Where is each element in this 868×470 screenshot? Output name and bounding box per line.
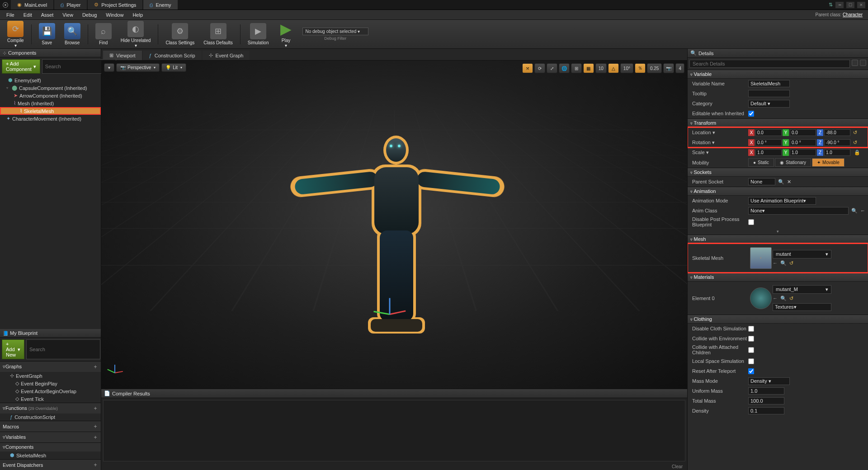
graph-tick[interactable]: ◇Event Tick: [0, 395, 101, 403]
add-graph-icon[interactable]: ＋: [93, 363, 98, 371]
variable-name-input[interactable]: [748, 80, 790, 87]
mesh-thumbnail[interactable]: ✦: [750, 247, 772, 269]
tab-event-graph[interactable]: ⊹ Event Graph: [203, 51, 250, 60]
details-view-options-icon[interactable]: [860, 60, 866, 66]
vp-camera-speed-icon[interactable]: 📷: [663, 63, 674, 73]
graph-beginplay[interactable]: ◇Event BeginPlay: [0, 380, 101, 387]
total-mass-input[interactable]: [748, 397, 784, 404]
parent-class-link[interactable]: Character: [843, 12, 863, 17]
expand-animation-icon[interactable]: ▾: [688, 228, 868, 235]
menu-view[interactable]: View: [58, 12, 78, 18]
mobility-static[interactable]: ● Static: [748, 158, 774, 167]
loc-z-input[interactable]: [824, 129, 850, 136]
mat-use-icon[interactable]: ←: [773, 296, 778, 301]
loc-y-input[interactable]: [790, 129, 816, 136]
vp-scale-icon[interactable]: ⤢: [547, 63, 557, 73]
menu-debug[interactable]: Debug: [78, 12, 101, 18]
scl-z-input[interactable]: [824, 149, 850, 156]
vp-camera-speed[interactable]: 4: [675, 63, 684, 73]
mobility-movable[interactable]: ✦ Movable: [812, 158, 844, 167]
mesh-reset-icon[interactable]: ↺: [789, 260, 793, 266]
play-button[interactable]: ▶Play ▾: [274, 20, 299, 49]
add-new-button[interactable]: + Add New ▾: [2, 339, 24, 359]
vp-scale-snap-icon[interactable]: ％: [635, 63, 646, 73]
anim-mode-dropdown[interactable]: Use Animation Blueprint▾: [748, 197, 816, 205]
component-mesh[interactable]: ⌇Mesh (Inherited): [0, 99, 101, 107]
socket-search-icon[interactable]: 🔍: [778, 179, 784, 185]
tab-player[interactable]: ⎙Player: [54, 0, 87, 9]
source-control-icon[interactable]: ⇅: [829, 2, 833, 8]
perspective-dropdown[interactable]: 📷 Perspective: [116, 63, 160, 72]
mat-browse-icon[interactable]: 🔍: [780, 296, 787, 301]
disable-pp-checkbox[interactable]: [748, 219, 754, 225]
rot-reset-icon[interactable]: ↺: [853, 140, 857, 146]
viewport-3d[interactable]: ▾ 📷 Perspective 💡Lit ⤧ ⟳ ⤢ 🌐 ⊞ ▦ 10 △ 10…: [101, 61, 687, 389]
cat-transform[interactable]: Transform: [688, 118, 868, 127]
vp-scale-size[interactable]: 0.25: [647, 63, 662, 73]
textures-dropdown[interactable]: Textures▾: [773, 303, 831, 311]
rot-x-input[interactable]: [755, 139, 782, 146]
cat-mesh[interactable]: Mesh: [688, 235, 868, 244]
details-property-matrix-icon[interactable]: [852, 60, 858, 66]
window-minimize-button[interactable]: ━: [835, 2, 844, 8]
vp-angle-snap-icon[interactable]: △: [608, 63, 619, 73]
component-arrow[interactable]: ➤ArrowComponent (Inherited): [0, 92, 101, 99]
loc-reset-icon[interactable]: ↺: [853, 130, 857, 136]
tab-project-settings[interactable]: ⚙Project Settings: [88, 0, 142, 9]
cat-animation[interactable]: Animation: [688, 187, 868, 196]
find-button[interactable]: ⌕Find: [91, 22, 116, 46]
component-charmovement[interactable]: ✦CharacterMovement (Inherited): [0, 115, 101, 122]
tab-viewport[interactable]: ⊞ Viewport: [103, 51, 142, 60]
graph-eventgraph[interactable]: ⊹EventGraph: [0, 372, 101, 380]
window-maximize-button[interactable]: ☐: [846, 2, 854, 8]
material-dropdown[interactable]: mutant_M▾: [773, 285, 831, 294]
class-defaults-button[interactable]: ⊞Class Defaults: [199, 22, 237, 46]
mesh-use-icon[interactable]: ←: [773, 260, 778, 266]
mesh-browse-icon[interactable]: 🔍: [780, 260, 787, 266]
functions-section[interactable]: ▿Functions (29 Overridable)＋: [0, 403, 101, 414]
anim-use-icon[interactable]: ←: [860, 208, 865, 213]
add-component-button[interactable]: + Add Component ▾: [2, 59, 40, 74]
variables-section[interactable]: ▿Variables＋: [0, 432, 101, 442]
compile-button[interactable]: ⟳Compile ▾: [3, 20, 28, 49]
menu-file[interactable]: File: [2, 12, 19, 18]
graph-actoroverlap[interactable]: ◇Event ActorBeginOverlap: [0, 387, 101, 395]
component-capsule[interactable]: ▿⬤CapsuleComponent (Inherited): [0, 84, 101, 92]
anim-class-dropdown[interactable]: None▾: [748, 207, 849, 215]
menu-edit[interactable]: Edit: [19, 12, 37, 18]
rot-z-input[interactable]: [824, 139, 850, 146]
save-button[interactable]: 💾Save: [34, 22, 60, 46]
collide-env-checkbox[interactable]: [748, 336, 754, 342]
vp-rotate-icon[interactable]: ⟳: [534, 63, 545, 73]
compiler-results-header[interactable]: 📄Compiler Results: [101, 389, 687, 398]
cat-sockets[interactable]: Sockets: [688, 168, 868, 177]
bp-component-skeletalmesh[interactable]: ⬢SkeletalMesh: [0, 451, 101, 459]
tab-construction-script[interactable]: ƒ Construction Scrip: [143, 51, 202, 60]
browse-button[interactable]: 🔍Browse: [60, 22, 85, 46]
class-settings-button[interactable]: ⚙Class Settings: [161, 22, 199, 46]
material-thumbnail[interactable]: [750, 287, 772, 309]
mobility-stationary[interactable]: ◉ Stationary: [775, 158, 811, 167]
debug-object-dropdown[interactable]: No debug object selected ▾: [302, 28, 369, 35]
add-macro-icon[interactable]: ＋: [93, 423, 98, 430]
scl-y-input[interactable]: [790, 149, 816, 156]
vp-grid-size[interactable]: 10: [595, 63, 607, 73]
bp-components-section[interactable]: ▿Components: [0, 442, 101, 451]
component-skeletalmesh[interactable]: ⌇SkeletalMesh: [0, 107, 101, 115]
scl-x-input[interactable]: [755, 149, 782, 156]
hide-unrelated-button[interactable]: ◐Hide Unrelated ▾: [116, 20, 156, 49]
lit-dropdown[interactable]: 💡Lit: [161, 63, 186, 72]
skeletal-mesh-dropdown[interactable]: mutant▾: [773, 250, 831, 258]
collide-children-checkbox[interactable]: [748, 347, 754, 353]
viewport-options-button[interactable]: ▾: [104, 63, 114, 72]
cat-variable[interactable]: Variable: [688, 70, 868, 79]
cat-materials[interactable]: Materials: [688, 273, 868, 282]
blueprint-search-input[interactable]: [26, 339, 100, 359]
tooltip-input[interactable]: [748, 90, 790, 97]
window-close-button[interactable]: ✕: [857, 2, 865, 8]
mat-reset-icon[interactable]: ↺: [789, 296, 793, 301]
compiler-clear-button[interactable]: Clear: [672, 464, 683, 469]
reset-teleport-checkbox[interactable]: [748, 368, 754, 374]
vp-surface-snap-icon[interactable]: ⊞: [571, 63, 582, 73]
socket-clear-icon[interactable]: ✕: [787, 179, 791, 185]
